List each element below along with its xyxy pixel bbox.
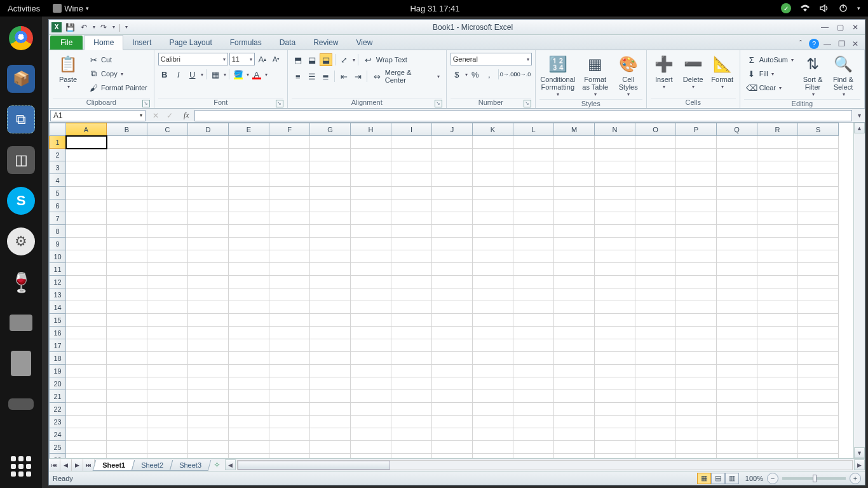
cell-J12[interactable] — [432, 276, 473, 288]
cell-D8[interactable] — [188, 225, 229, 238]
cell-F18[interactable] — [269, 352, 310, 365]
cell-I17[interactable] — [391, 339, 432, 352]
cell-N7[interactable] — [595, 212, 635, 225]
cell-M21[interactable] — [554, 390, 595, 403]
column-header-Q[interactable]: Q — [717, 123, 757, 136]
cell-N1[interactable] — [595, 136, 635, 149]
cell-D14[interactable] — [188, 301, 229, 314]
cell-E26[interactable] — [229, 454, 269, 459]
cell-K2[interactable] — [473, 149, 513, 161]
cell-K18[interactable] — [473, 352, 513, 365]
qat-redo-dropdown[interactable]: ▾ — [112, 24, 115, 30]
cell-K5[interactable] — [473, 187, 513, 200]
cell-E3[interactable] — [229, 161, 269, 174]
dock-settings[interactable]: ⚙ — [7, 227, 35, 255]
cell-A22[interactable] — [66, 403, 107, 416]
cell-H18[interactable] — [351, 352, 391, 365]
cell-A1[interactable] — [66, 136, 107, 149]
dock-wine[interactable]: 🍷 — [7, 268, 35, 296]
cell-E23[interactable] — [229, 416, 269, 428]
cell-R1[interactable] — [757, 136, 798, 149]
cell-H1[interactable] — [351, 136, 391, 149]
cell-C20[interactable] — [147, 377, 188, 390]
help-button[interactable]: ? — [809, 39, 819, 49]
cell-R7[interactable] — [757, 212, 798, 225]
qat-undo-dropdown[interactable]: ▾ — [93, 24, 95, 30]
cell-E2[interactable] — [229, 149, 269, 161]
zoom-level[interactable]: 100% — [745, 475, 763, 482]
cell-M5[interactable] — [554, 187, 595, 200]
cell-C19[interactable] — [147, 365, 188, 377]
row-header-5[interactable]: 5 — [50, 187, 66, 200]
cell-M22[interactable] — [554, 403, 595, 416]
align-center-button[interactable]: ☰ — [306, 70, 318, 83]
cell-L24[interactable] — [513, 428, 554, 441]
row-header-3[interactable]: 3 — [50, 161, 66, 174]
decrease-indent-button[interactable]: ⇤ — [337, 70, 350, 83]
delete-cells-button[interactable]: ➖Delete▾ — [680, 53, 707, 92]
cell-R15[interactable] — [757, 314, 798, 327]
cell-N11[interactable] — [595, 263, 635, 276]
cell-B6[interactable] — [107, 200, 147, 212]
cell-Q21[interactable] — [717, 390, 757, 403]
zoom-out-button[interactable]: − — [767, 473, 778, 484]
cell-B7[interactable] — [107, 212, 147, 225]
column-header-N[interactable]: N — [595, 123, 635, 136]
cell-D6[interactable] — [188, 200, 229, 212]
cell-S24[interactable] — [798, 428, 839, 441]
cell-R26[interactable] — [757, 454, 798, 459]
cell-S25[interactable] — [798, 441, 839, 454]
cut-button[interactable]: ✂Cut — [86, 53, 150, 67]
cell-K23[interactable] — [473, 416, 513, 428]
cell-D23[interactable] — [188, 416, 229, 428]
cell-S18[interactable] — [798, 352, 839, 365]
cell-I19[interactable] — [391, 365, 432, 377]
qat-undo-button[interactable]: ↶ — [78, 22, 90, 33]
cell-F11[interactable] — [269, 263, 310, 276]
cell-R4[interactable] — [757, 174, 798, 187]
cell-D4[interactable] — [188, 174, 229, 187]
cell-O16[interactable] — [635, 327, 676, 339]
cell-L6[interactable] — [513, 200, 554, 212]
cell-D24[interactable] — [188, 428, 229, 441]
cell-B2[interactable] — [107, 149, 147, 161]
cell-L10[interactable] — [513, 250, 554, 263]
column-header-S[interactable]: S — [798, 123, 839, 136]
format-cells-button[interactable]: 📐Format▾ — [709, 53, 736, 92]
cell-O2[interactable] — [635, 149, 676, 161]
cell-J25[interactable] — [432, 441, 473, 454]
cell-M23[interactable] — [554, 416, 595, 428]
cell-R3[interactable] — [757, 161, 798, 174]
cell-P3[interactable] — [676, 161, 717, 174]
increase-font-button[interactable]: A▴ — [256, 53, 269, 65]
cell-M25[interactable] — [554, 441, 595, 454]
cell-D9[interactable] — [188, 238, 229, 250]
cell-D5[interactable] — [188, 187, 229, 200]
cell-N19[interactable] — [595, 365, 635, 377]
cell-B13[interactable] — [107, 288, 147, 301]
cell-F22[interactable] — [269, 403, 310, 416]
expand-formula-bar-button[interactable]: ▾ — [853, 112, 865, 119]
cell-D18[interactable] — [188, 352, 229, 365]
cell-O5[interactable] — [635, 187, 676, 200]
cell-J1[interactable] — [432, 136, 473, 149]
cell-A17[interactable] — [66, 339, 107, 352]
cell-P1[interactable] — [676, 136, 717, 149]
cell-A24[interactable] — [66, 428, 107, 441]
cell-D16[interactable] — [188, 327, 229, 339]
sheet-tab-sheet1[interactable]: Sheet1 — [93, 460, 135, 471]
new-sheet-button[interactable]: ✧ — [210, 460, 225, 470]
cell-R13[interactable] — [757, 288, 798, 301]
cell-F13[interactable] — [269, 288, 310, 301]
cell-G15[interactable] — [310, 314, 351, 327]
cell-G7[interactable] — [310, 212, 351, 225]
cell-I12[interactable] — [391, 276, 432, 288]
cell-D13[interactable] — [188, 288, 229, 301]
cell-L25[interactable] — [513, 441, 554, 454]
mdi-minimize-button[interactable]: — — [822, 38, 833, 50]
fill-color-button[interactable]: 🪣 — [232, 68, 245, 81]
cell-N26[interactable] — [595, 454, 635, 459]
cell-K10[interactable] — [473, 250, 513, 263]
cell-S14[interactable] — [798, 301, 839, 314]
cell-C21[interactable] — [147, 390, 188, 403]
